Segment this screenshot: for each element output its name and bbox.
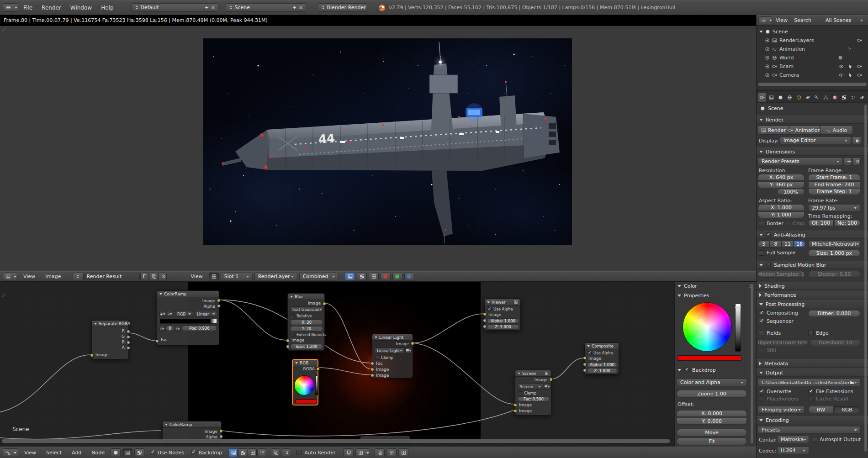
frame-step-field[interactable]: Frame Step: 1 <box>808 188 860 195</box>
unlink-image-button[interactable] <box>159 273 167 280</box>
socket-in-fac[interactable] <box>370 362 374 365</box>
resolution-y-field[interactable]: Y: 360 px <box>758 181 804 188</box>
panel-header-post-processing[interactable]: Post Processing <box>757 300 868 308</box>
node-blur[interactable]: Blur Image Fast Gaussian Relative X: 20 … <box>287 293 325 351</box>
outliner-item-camera[interactable]: Camera <box>757 71 868 79</box>
ratio-button[interactable] <box>271 448 280 457</box>
display-select[interactable]: Image Editor <box>780 137 851 144</box>
outliner-item-animation[interactable]: Animation <box>757 45 868 53</box>
blur-filter-type[interactable]: Fast Gaussian <box>290 306 323 312</box>
blur-x-field[interactable]: X: 20 <box>290 320 323 325</box>
backdrop-channels-select[interactable]: Color and Alpha <box>677 379 747 386</box>
outliner-item-scene[interactable]: Scene <box>757 27 868 36</box>
tab-render[interactable] <box>758 93 767 102</box>
tab-constraints[interactable] <box>804 93 812 102</box>
region-corner-widget[interactable] <box>2 28 7 33</box>
picker-color-swatch[interactable] <box>677 355 741 361</box>
time-remap-old-field[interactable]: Ol: 100 <box>808 220 834 226</box>
layout-button[interactable] <box>398 448 408 457</box>
render-button[interactable]: Render <box>758 126 789 135</box>
tab-render-layers[interactable] <box>767 93 776 102</box>
socket-out-image[interactable] <box>323 302 326 305</box>
hide-icon[interactable] <box>839 64 844 69</box>
rgb-color-swatch[interactable] <box>295 399 317 403</box>
expand-icon[interactable] <box>765 64 770 69</box>
outliner-search-menu[interactable]: Search <box>791 16 814 25</box>
picker-value-slider[interactable] <box>735 303 741 352</box>
display-lock-button[interactable] <box>852 137 861 144</box>
record-button[interactable] <box>381 273 391 280</box>
outliner-item-renderlayers[interactable]: RenderLayers <box>757 36 868 45</box>
ramp-stop-prev[interactable]: ‹ <box>159 326 165 332</box>
blur-relative-checkbox[interactable]: Relative <box>291 314 312 318</box>
crop-checkbox[interactable]: Crop <box>785 221 804 226</box>
panel-header-metadata[interactable]: Metadata <box>757 359 868 368</box>
draw-channels-z-button[interactable] <box>369 273 379 280</box>
aa-filter-select[interactable]: Mitchell-Netravali <box>808 240 860 248</box>
node-select-menu[interactable]: Select <box>42 447 66 458</box>
socket-in-image[interactable] <box>583 356 587 360</box>
aspect-x-field[interactable]: X: 1.000 <box>758 204 804 211</box>
socket-out-b[interactable] <box>127 341 130 344</box>
close-scene-icon[interactable] <box>298 5 303 10</box>
tab-world[interactable] <box>785 93 794 102</box>
rgb-color-wheel[interactable] <box>294 375 314 395</box>
node-mix-screen[interactable]: Screen Image Screen ☰ Clamp Fac: 0.500 I… <box>515 370 551 416</box>
end-frame-field[interactable]: End Frame: 240 <box>808 181 860 188</box>
add-layout-icon[interactable] <box>204 5 209 10</box>
tab-data[interactable] <box>821 93 830 102</box>
composite-z-field[interactable]: Z: 1.000 <box>587 368 617 374</box>
blend-options-button[interactable]: ☰ <box>406 347 412 353</box>
new-image-button[interactable] <box>149 273 158 280</box>
container-select[interactable]: Matroska <box>777 436 809 443</box>
placeholders-checkbox[interactable]: Placeholders <box>759 396 799 402</box>
fake-user-button[interactable]: F <box>140 273 148 280</box>
render-layer-select[interactable]: RenderLayer <box>254 273 297 280</box>
frame-rate-select[interactable]: 29.97 fps <box>808 204 860 212</box>
outliner-display-filter[interactable]: All Scenes <box>822 17 866 24</box>
full-sample-checkbox[interactable]: Full Sample <box>759 250 796 256</box>
file-extensions-checkbox[interactable]: File Extensions <box>808 389 853 395</box>
viewer-alpha-field[interactable]: Alpha: 1.000 <box>487 318 519 324</box>
lock-time-button[interactable] <box>404 273 414 280</box>
snap-mode-select[interactable] <box>355 448 369 457</box>
tab-particles[interactable] <box>849 93 857 102</box>
expand-icon[interactable] <box>765 73 770 78</box>
use-nodes-toggle[interactable]: Use Nodes <box>150 450 185 456</box>
fields-checkbox[interactable]: Fields <box>759 330 781 336</box>
tab-object[interactable] <box>794 93 803 102</box>
time-remap-new-field[interactable]: Ne: 100 <box>834 220 860 226</box>
close-layout-icon[interactable] <box>211 5 216 10</box>
border-checkbox[interactable]: Border <box>759 221 783 226</box>
socket-in-fac[interactable] <box>155 339 159 343</box>
image-view-menu[interactable]: View <box>19 272 39 281</box>
socket-in-image[interactable] <box>483 312 487 316</box>
file-format-select[interactable]: FFmpeg video <box>758 406 804 414</box>
backdrop-channel-alpha-button[interactable] <box>248 448 257 457</box>
clamp-checkbox[interactable]: Clamp <box>375 355 393 360</box>
lower-first-button[interactable]: Lower First <box>783 339 807 346</box>
menu-help[interactable]: Help <box>97 0 117 15</box>
picker-color-wheel[interactable] <box>683 302 732 352</box>
expand-icon[interactable] <box>765 55 770 60</box>
add-scene-icon[interactable] <box>292 5 297 10</box>
socket-out-a[interactable] <box>127 346 130 350</box>
snap-toggle-button[interactable] <box>344 448 354 457</box>
copy-nodes-button[interactable] <box>375 448 385 457</box>
editor-type-button-image[interactable] <box>3 273 17 280</box>
ramp-color-mode[interactable]: RGB <box>175 311 193 317</box>
paste-nodes-button[interactable] <box>386 448 397 457</box>
play-button[interactable] <box>392 273 402 280</box>
panel-header-render[interactable]: Render <box>757 116 868 124</box>
rgb-button[interactable]: RGB <box>834 406 860 413</box>
render-pass-select[interactable]: Combined <box>299 273 339 280</box>
aa-size-field[interactable]: Size: 1.000 px <box>808 250 860 257</box>
compositing-checkbox[interactable]: Compositing <box>759 310 798 316</box>
panel-header-dimensions[interactable]: Dimensions <box>757 147 868 156</box>
expand-icon[interactable] <box>765 38 770 43</box>
shutter-field[interactable]: Shutter: 0.50 <box>808 271 860 278</box>
selectable-icon[interactable] <box>848 73 853 78</box>
backdrop-move-button[interactable]: Move <box>677 429 747 437</box>
still-checkbox[interactable]: Still <box>759 347 776 353</box>
socket-out-alpha[interactable] <box>217 304 221 308</box>
